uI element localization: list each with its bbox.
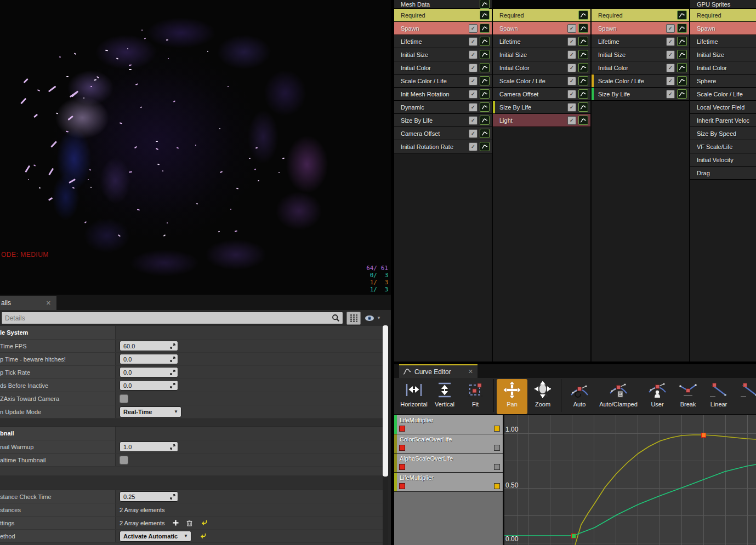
module-graph-button[interactable] [480, 0, 490, 9]
module-row[interactable]: Lifetime✓ [592, 35, 689, 48]
module-graph-button[interactable] [480, 89, 490, 99]
module-graph-button[interactable] [578, 10, 588, 20]
trash-icon[interactable] [186, 520, 192, 526]
module-enabled-checkbox[interactable]: ✓ [469, 50, 478, 59]
curve-track-item[interactable]: AlphaScaleOverLife [394, 454, 503, 473]
module-enabled-checkbox[interactable]: ✓ [469, 90, 478, 99]
undo-icon[interactable] [199, 533, 206, 539]
module-graph-button[interactable] [578, 63, 588, 72]
checkbox[interactable] [120, 456, 128, 464]
checkbox[interactable] [120, 394, 128, 403]
module-row[interactable]: Local Vector Field [690, 101, 756, 114]
module-enabled-checkbox[interactable]: ✓ [666, 24, 675, 33]
module-enabled-checkbox[interactable]: ✓ [469, 37, 478, 46]
module-enabled-checkbox[interactable]: ✓ [567, 50, 576, 59]
property-matrix-button[interactable] [346, 312, 361, 325]
module-row[interactable]: Light✓ [493, 114, 590, 127]
toolbar-button-auto-clamped[interactable]: Auto/Clamped [595, 379, 642, 414]
track-curve-toggle[interactable] [399, 426, 405, 432]
module-graph-button[interactable] [677, 24, 687, 33]
module-row[interactable]: Lifetime [690, 35, 756, 48]
module-row[interactable]: Initial Velocity [690, 153, 756, 167]
module-enabled-checkbox[interactable]: ✓ [567, 24, 576, 33]
module-row[interactable]: Scale Color / Life✓ [394, 74, 492, 88]
toolbar-button-auto[interactable]: Auto [564, 379, 595, 414]
module-row[interactable]: Scale Color / Life✓ [592, 74, 689, 88]
module-enabled-checkbox[interactable]: ✓ [666, 64, 675, 72]
module-row[interactable]: Lifetime✓ [394, 35, 492, 48]
module-row[interactable]: Size By Life✓ [592, 88, 689, 101]
track-curve-toggle[interactable] [399, 464, 405, 470]
details-search[interactable] [1, 312, 343, 324]
module-row[interactable]: VF Scale/Life [690, 140, 756, 153]
details-scrollbar-thumb[interactable] [383, 325, 388, 477]
module-enabled-checkbox[interactable]: ✓ [666, 77, 675, 85]
module-row[interactable]: Size By Life✓ [493, 101, 590, 114]
module-row[interactable]: Scale Color / Life [690, 88, 756, 101]
toolbar-button-vertical[interactable]: Vertical [429, 379, 460, 414]
module-row[interactable]: Sphere [690, 74, 756, 88]
module-graph-button[interactable] [578, 116, 588, 125]
module-row[interactable]: Initial Size [690, 48, 756, 61]
module-graph-button[interactable] [480, 63, 490, 72]
module-enabled-checkbox[interactable]: ✓ [666, 37, 675, 46]
curve-keypoint[interactable] [701, 433, 706, 438]
module-row[interactable]: Inherit Parent Veloc [690, 114, 756, 127]
module-graph-button[interactable] [480, 102, 490, 112]
curve-track-item[interactable]: ColorScaleOverLife [394, 434, 503, 454]
module-graph-button[interactable] [578, 76, 588, 85]
curve-track-item[interactable]: LifeMultiplier [394, 473, 503, 492]
module-enabled-checkbox[interactable]: ✓ [567, 90, 576, 99]
module-row[interactable]: Drag [690, 167, 756, 180]
number-input[interactable]: 1.0 [120, 441, 178, 452]
module-row[interactable]: Initial Size✓ [592, 48, 689, 61]
close-icon[interactable]: ✕ [468, 368, 473, 375]
details-section-header[interactable]: bnail [0, 427, 391, 440]
module-enabled-checkbox[interactable]: ✓ [469, 142, 478, 151]
module-enabled-checkbox[interactable]: ✓ [469, 116, 478, 125]
curve-keypoint[interactable] [571, 533, 576, 538]
module-row[interactable]: Initial Color✓ [394, 61, 492, 74]
module-graph-button[interactable] [677, 89, 687, 99]
module-row[interactable]: Required [493, 9, 590, 22]
number-input[interactable]: 60.0 [120, 341, 178, 351]
track-curve-toggle[interactable] [399, 483, 405, 489]
module-graph-button[interactable] [578, 37, 588, 46]
module-graph-button[interactable] [677, 37, 687, 46]
module-graph-button[interactable] [677, 50, 687, 59]
module-row[interactable]: Init Mesh Rotation✓ [394, 88, 492, 101]
number-input[interactable]: 0.0 [120, 367, 178, 377]
track-curve-toggle[interactable] [399, 445, 405, 451]
module-row[interactable]: Initial Rotation Rate✓ [394, 140, 492, 153]
module-enabled-checkbox[interactable]: ✓ [567, 37, 576, 46]
module-enabled-checkbox[interactable]: ✓ [666, 90, 675, 99]
module-graph-button[interactable] [480, 76, 490, 85]
module-row[interactable]: Dynamic✓ [394, 101, 492, 114]
module-graph-button[interactable] [480, 24, 490, 33]
module-enabled-checkbox[interactable]: ✓ [469, 64, 478, 72]
module-graph-button[interactable] [677, 63, 687, 72]
close-icon[interactable]: ✕ [46, 300, 51, 307]
module-graph-button[interactable] [578, 24, 588, 33]
module-row[interactable]: Initial Size✓ [394, 48, 492, 61]
module-graph-button[interactable] [578, 102, 588, 112]
toolbar-button-break[interactable]: Break [673, 379, 703, 414]
curve-track-item[interactable]: LifeMultiplier [394, 415, 503, 434]
details-section-header[interactable]: le System [0, 326, 391, 340]
module-row[interactable]: Size By Life✓ [394, 114, 492, 127]
module-row[interactable]: Lifetime✓ [493, 35, 590, 48]
emitter-typedata-module[interactable]: Mesh Data [394, 0, 492, 9]
module-enabled-checkbox[interactable]: ✓ [666, 50, 675, 59]
module-enabled-checkbox[interactable]: ✓ [469, 24, 478, 33]
module-row[interactable]: Initial Color [690, 61, 756, 74]
module-enabled-checkbox[interactable]: ✓ [567, 103, 576, 112]
module-enabled-checkbox[interactable]: ✓ [469, 129, 478, 138]
module-row[interactable]: Scale Color / Life✓ [493, 74, 590, 88]
track-flag-toggle[interactable] [494, 464, 500, 470]
module-row[interactable]: Required [690, 9, 756, 22]
toolbar-button-pan[interactable]: Pan [497, 379, 527, 414]
module-row[interactable]: Initial Color✓ [592, 61, 689, 74]
module-row[interactable]: Camera Offset✓ [493, 88, 590, 101]
toolbar-button-zoom[interactable]: Zoom [527, 379, 558, 414]
module-row[interactable]: Initial Color✓ [493, 61, 590, 74]
